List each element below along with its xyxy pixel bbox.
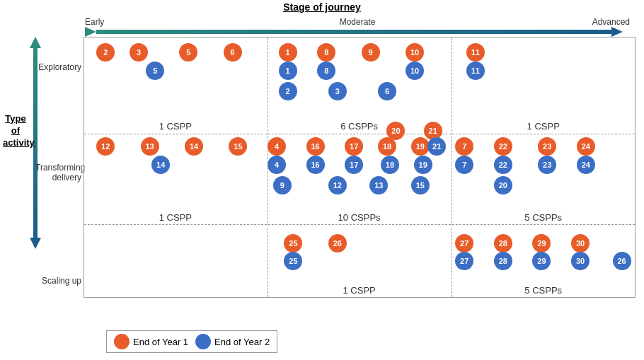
bubble-16-red: 16 — [306, 137, 325, 156]
bubble-25-red: 25 — [284, 234, 302, 252]
bubble-4-blue: 4 — [268, 156, 286, 174]
y-axis-label: Typeofactivity — [3, 113, 28, 149]
bubble-30-blue: 30 — [571, 252, 590, 270]
bubble-1-red: 1 — [279, 43, 297, 62]
bubble-2-red: 2 — [96, 43, 115, 62]
bubble-9-red: 9 — [362, 43, 380, 62]
grid-col-line-2 — [452, 37, 452, 297]
bubble-19-blue: 19 — [414, 156, 432, 174]
cspp-label: 1 CSPP — [519, 121, 568, 132]
bubble-13-red: 13 — [141, 137, 159, 156]
bubble-17-blue: 17 — [345, 156, 363, 174]
chart-container: Stage of journey Early Moderate Advanced — [0, 0, 644, 360]
bubble-18-red: 18 — [378, 137, 396, 156]
stage-arrow-container: Early Moderate Advanced — [85, 17, 630, 37]
legend-year1-circle — [114, 334, 130, 349]
row-label-exploratory: Exploratory — [35, 62, 81, 72]
legend-year1: End of Year 1 — [114, 334, 188, 349]
bubble-16-blue: 16 — [306, 156, 325, 174]
bubble-21-blue: 21 — [427, 137, 446, 156]
svg-marker-2 — [611, 27, 623, 37]
bubble-14-blue: 14 — [151, 156, 170, 174]
row-label-scaling: Scaling up — [35, 276, 81, 286]
bubble-23-blue: 23 — [538, 156, 556, 174]
stage-label-moderate: Moderate — [340, 17, 376, 27]
bubble-6-blue: 6 — [378, 82, 396, 100]
bubble-10-blue: 10 — [406, 62, 424, 80]
bubble-20-blue: 20 — [494, 176, 512, 194]
bubble-5-blue: 5 — [146, 62, 164, 80]
bubble-25-blue: 25 — [284, 252, 302, 270]
legend: End of Year 1 End of Year 2 — [106, 330, 277, 353]
bubble-15-blue: 15 — [411, 176, 430, 194]
bubble-4-red: 4 — [268, 137, 286, 156]
bubble-14-red: 14 — [185, 137, 203, 156]
legend-year1-label: End of Year 1 — [133, 337, 188, 347]
bubble-7-red: 7 — [455, 137, 473, 156]
bubble-20-red: 20 — [386, 122, 405, 140]
bubble-29-blue: 29 — [532, 252, 551, 270]
bubble-11-blue: 11 — [466, 62, 485, 80]
cspp-label: 5 CSPPs — [519, 212, 568, 223]
bubble-6-red: 6 — [224, 43, 242, 62]
stage-label-early: Early — [85, 17, 104, 27]
bubble-22-red: 22 — [494, 137, 512, 156]
bubble-11-red: 11 — [466, 43, 485, 62]
bubble-29-red: 29 — [532, 234, 551, 252]
bubble-28-blue: 28 — [494, 252, 512, 270]
bubble-18-blue: 18 — [381, 156, 399, 174]
bubble-2-blue: 2 — [279, 82, 297, 100]
bubble-24-red: 24 — [577, 137, 595, 156]
svg-marker-5 — [30, 238, 41, 249]
bubble-12-red: 12 — [96, 137, 115, 156]
cspp-label: 1 CSPP — [151, 212, 200, 223]
legend-year2-label: End of Year 2 — [214, 337, 270, 347]
bubble-27-red: 27 — [455, 234, 473, 252]
bubble-3-red: 3 — [130, 43, 148, 62]
bubble-26-blue: 26 — [613, 252, 631, 270]
legend-year2-circle — [195, 334, 211, 349]
bubble-27-blue: 27 — [455, 252, 473, 270]
bubble-22-blue: 22 — [494, 156, 512, 174]
bubble-26-red: 26 — [328, 234, 347, 252]
bubble-28-red: 28 — [494, 234, 512, 252]
bubble-17-red: 17 — [345, 137, 363, 156]
bubble-3-blue: 3 — [328, 82, 347, 100]
cspp-label: 5 CSPPs — [519, 285, 568, 296]
bubble-8-blue: 8 — [317, 62, 335, 80]
bubble-7-blue: 7 — [455, 156, 473, 174]
cspp-label: 1 CSPP — [151, 121, 200, 132]
bubble-9-blue: 9 — [273, 176, 292, 194]
bubble-1-blue: 1 — [279, 62, 297, 80]
row-label-transforming: Transformingdelivery — [35, 163, 81, 182]
grid-row-line-1 — [84, 134, 635, 134]
svg-marker-0 — [85, 27, 96, 37]
grid-row-line-2 — [84, 224, 635, 225]
bubble-23-red: 23 — [538, 137, 556, 156]
bubble-19-red: 19 — [411, 137, 430, 156]
cspp-label: 6 CSPPs — [335, 121, 384, 132]
bubble-24-blue: 24 — [577, 156, 595, 174]
bubble-30-red: 30 — [571, 234, 590, 252]
svg-rect-1 — [96, 30, 611, 34]
bubble-15-red: 15 — [229, 137, 247, 156]
stage-label-advanced: Advanced — [592, 17, 630, 27]
chart-title: Stage of journey — [0, 1, 644, 13]
bubble-10-red: 10 — [406, 43, 424, 62]
cspp-label: 10 CSPPs — [335, 212, 384, 223]
bubble-13-blue: 13 — [369, 176, 388, 194]
svg-marker-3 — [30, 37, 41, 48]
bubble-12-blue: 12 — [328, 176, 347, 194]
stage-arrow-svg — [85, 27, 623, 37]
bubble-8-red: 8 — [317, 43, 335, 62]
cspp-label: 1 CSPP — [335, 285, 384, 296]
bubble-5-red: 5 — [179, 43, 197, 62]
legend-year2: End of Year 2 — [195, 334, 270, 349]
